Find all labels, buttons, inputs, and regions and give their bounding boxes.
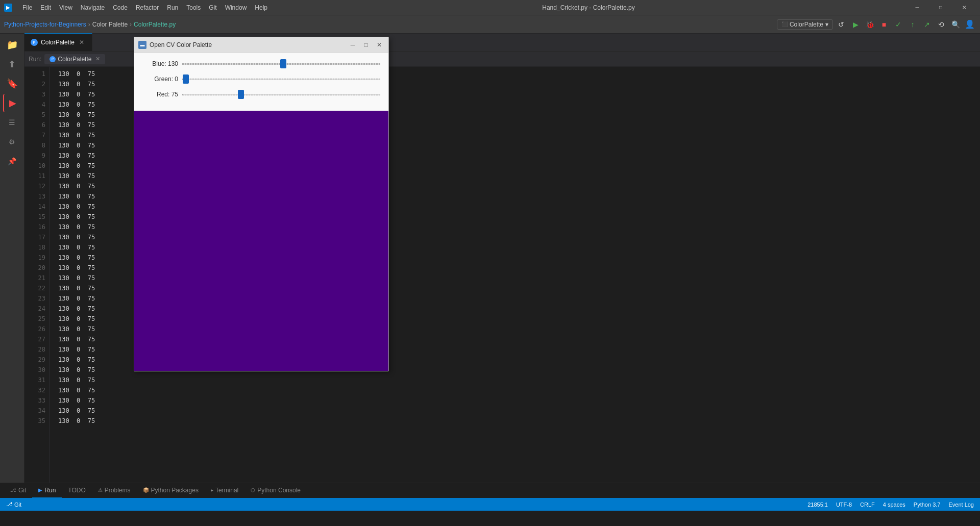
git-update-button[interactable]: ↑ <box>906 18 919 31</box>
opencv-close-button[interactable]: ✕ <box>374 40 384 50</box>
line-number: 15 <box>29 212 45 222</box>
menu-refactor[interactable]: Refactor <box>132 2 163 13</box>
breadcrumb-root[interactable]: Python-Projects-for-Beginners <box>4 21 86 28</box>
breadcrumb-mid[interactable]: Color Palette <box>92 21 128 28</box>
line-col-value: 21855:1 <box>807 502 828 508</box>
window-title: Hand_Cricket.py - ColorPalette.py <box>276 4 901 11</box>
run-tab-colorpalette[interactable]: P ColorPalette ✕ <box>44 54 105 64</box>
stop-button[interactable]: ■ <box>878 18 890 31</box>
minimize-button[interactable]: ─ <box>905 0 929 15</box>
red-slider-thumb[interactable] <box>238 90 244 99</box>
menu-view[interactable]: View <box>55 2 77 13</box>
status-line-ending[interactable]: CRLF <box>858 502 877 508</box>
bottom-tab-python-console[interactable]: ⬡ Python Console <box>244 483 307 498</box>
blue-slider-thumb[interactable] <box>280 59 286 68</box>
menu-tools[interactable]: Tools <box>182 2 205 13</box>
git-push-button[interactable]: ↗ <box>921 18 933 31</box>
run-button[interactable]: ▶ <box>849 18 862 31</box>
menu-bar: File Edit View Navigate Code Refactor Ru… <box>18 2 272 13</box>
run-config-selector[interactable]: ⬛ ColorPalette ▾ <box>777 19 833 30</box>
green-slider-thumb[interactable] <box>183 74 189 84</box>
sidebar-icons: 📁 ⬆ 🔖 ▶ ☰ ⚙ 📌 <box>0 34 24 483</box>
status-python-ver[interactable]: Python 3.7 <box>912 502 943 508</box>
status-git[interactable]: ⎇ Git <box>4 501 23 508</box>
tab-colorpalette[interactable]: P ColorPalette ✕ <box>24 33 92 51</box>
refresh-button[interactable]: ↺ <box>835 18 847 31</box>
code-line: 130 0 75 <box>58 406 965 416</box>
bottom-tab-git-label: Git <box>18 487 26 494</box>
sidebar-commit-icon[interactable]: ⬆ <box>3 55 21 73</box>
git-revert-button[interactable]: ⟲ <box>935 18 947 31</box>
line-ending-value: CRLF <box>860 502 875 508</box>
menu-run[interactable]: Run <box>163 2 182 13</box>
red-slider-track[interactable] <box>182 89 380 99</box>
bottom-tab-todo[interactable]: TODO <box>62 483 91 498</box>
line-number: 26 <box>29 324 45 334</box>
search-button[interactable]: 🔍 <box>949 18 962 31</box>
line-number: 11 <box>29 171 45 181</box>
menu-git[interactable]: Git <box>205 2 220 13</box>
menu-window[interactable]: Window <box>221 2 251 13</box>
line-number: 13 <box>29 191 45 202</box>
line-number: 32 <box>29 385 45 395</box>
status-encoding[interactable]: UTF-8 <box>834 502 854 508</box>
sidebar-pin-icon[interactable]: 📌 <box>3 152 21 170</box>
green-slider-bg <box>182 79 380 80</box>
menu-code[interactable]: Code <box>109 2 132 13</box>
menu-help[interactable]: Help <box>251 2 272 13</box>
packages-icon: 📦 <box>143 487 149 493</box>
green-label: Green: 0 <box>142 76 178 83</box>
blue-slider-row: Blue: 130 <box>142 59 380 69</box>
line-number: 27 <box>29 334 45 344</box>
code-line: 130 0 75 <box>58 395 965 406</box>
green-slider-track[interactable] <box>182 74 380 84</box>
maximize-button[interactable]: □ <box>929 0 952 15</box>
line-number: 18 <box>29 242 45 253</box>
bottom-tab-problems[interactable]: ⚠ Problems <box>92 483 137 498</box>
opencv-minimize-button[interactable]: ─ <box>348 40 358 50</box>
bottom-tab-git[interactable]: ⎇ Git <box>4 483 32 498</box>
bottom-tab-python-packages[interactable]: 📦 Python Packages <box>137 483 205 498</box>
line-number: 14 <box>29 202 45 212</box>
indent-value: 4 spaces <box>883 502 905 508</box>
menu-edit[interactable]: Edit <box>36 2 55 13</box>
status-indent[interactable]: 4 spaces <box>881 502 908 508</box>
opencv-title: Open CV Color Palette <box>150 41 345 48</box>
status-right: 21855:1 UTF-8 CRLF 4 spaces Python 3.7 E… <box>805 502 976 508</box>
sidebar-run-icon[interactable]: ▶ <box>3 94 21 112</box>
avatar-button[interactable]: 👤 <box>964 18 976 31</box>
code-line: 130 0 75 <box>58 375 965 385</box>
opencv-maximize-button[interactable]: □ <box>361 40 371 50</box>
bottom-tab-terminal[interactable]: ▸ Terminal <box>205 483 244 498</box>
git-check-button[interactable]: ✓ <box>892 18 904 31</box>
bottom-tab-run[interactable]: ▶ Run <box>32 483 62 498</box>
sidebar-project-icon[interactable]: 📁 <box>3 36 21 54</box>
debug-button[interactable]: 🐞 <box>864 18 876 31</box>
menu-navigate[interactable]: Navigate <box>77 2 109 13</box>
line-number: 1 <box>29 69 45 79</box>
red-label: Red: 75 <box>142 91 178 98</box>
sidebar-structure-icon[interactable]: ⚙ <box>3 133 21 151</box>
git-status-icon: ⎇ <box>6 501 13 508</box>
scrollbar-right[interactable] <box>973 67 980 483</box>
status-bar: ⎇ Git 21855:1 UTF-8 CRLF 4 spaces Python… <box>0 498 980 511</box>
blue-slider-track[interactable] <box>182 59 380 69</box>
run-tab-close[interactable]: ✕ <box>95 56 100 62</box>
close-button[interactable]: ✕ <box>952 0 976 15</box>
status-event-log[interactable]: Event Log <box>946 502 976 508</box>
line-number: 3 <box>29 89 45 99</box>
tab-close-colorpalette[interactable]: ✕ <box>78 38 86 46</box>
opencv-titlebar: ▬ Open CV Color Palette ─ □ ✕ <box>134 37 388 53</box>
status-line-col[interactable]: 21855:1 <box>805 502 830 508</box>
sidebar-bookmarks-icon[interactable]: 🔖 <box>3 74 21 93</box>
run-label: Run: <box>29 56 41 63</box>
menu-file[interactable]: File <box>18 2 36 13</box>
line-number: 30 <box>29 365 45 375</box>
bottom-tab-python-packages-label: Python Packages <box>151 487 199 494</box>
app-icon: ▶ <box>4 4 12 12</box>
sidebar-todo-icon[interactable]: ☰ <box>3 113 21 132</box>
breadcrumb-current[interactable]: ColorPalette.py <box>134 21 176 28</box>
line-number: 2 <box>29 79 45 89</box>
run-config-label: ColorPalette <box>790 21 823 28</box>
terminal-icon: ▸ <box>211 487 213 493</box>
